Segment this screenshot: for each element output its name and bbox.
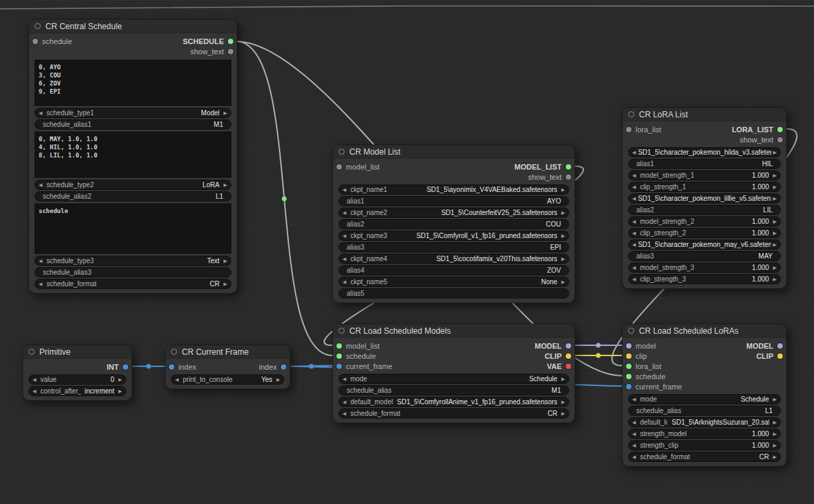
arrow-right-icon[interactable]: ▶: [224, 258, 227, 263]
arrow-right-icon[interactable]: ▶: [773, 185, 777, 189]
arrow-left-icon[interactable]: ◀: [39, 258, 42, 263]
arrow-right-icon[interactable]: ▶: [773, 431, 777, 436]
arrow-left-icon[interactable]: ◀: [632, 454, 636, 459]
widget-alias2[interactable]: alias2 COU: [338, 219, 569, 229]
arrow-right-icon[interactable]: ▶: [119, 377, 122, 382]
node-title-bar[interactable]: CR Load Scheduled Models: [333, 324, 575, 338]
widget-schedule-type2[interactable]: ◀ schedule_type2 LoRA ▶: [35, 180, 231, 190]
widget-clip-strength-3[interactable]: ◀ clip_strength_3 1.000 ▶: [628, 274, 781, 284]
arrow-right-icon[interactable]: ▶: [562, 256, 565, 261]
arrow-left-icon[interactable]: ◀: [175, 377, 178, 382]
node-title-bar[interactable]: CR Model List: [333, 145, 575, 159]
node-collapse-dot[interactable]: [171, 349, 177, 355]
widget-strength-clip[interactable]: ◀ strength_clip 1.000 ▶: [628, 440, 781, 450]
output-slot-show-text[interactable]: [566, 174, 571, 180]
widget-default-lora[interactable]: ◀ default_lora SD1_5\ArknightsSuzuran_20…: [628, 417, 781, 427]
arrow-left-icon[interactable]: ◀: [632, 431, 636, 436]
arrow-left-icon[interactable]: ◀: [632, 150, 636, 155]
arrow-right-icon[interactable]: ▶: [773, 150, 777, 155]
widget-mode[interactable]: ◀ mode Schedule ▶: [338, 374, 569, 384]
arrow-left-icon[interactable]: ◀: [632, 277, 636, 282]
input-slot-model[interactable]: [626, 343, 632, 349]
widget-schedule-alias3[interactable]: schedule_alias3: [35, 267, 231, 277]
widget-ckpt-name2[interactable]: ◀ ckpt_name2 SD1_5\CounterfeitV25_25.saf…: [338, 208, 569, 218]
arrow-right-icon[interactable]: ▶: [224, 182, 227, 187]
schedule-text-1[interactable]: 0, AYO 3, COU 6, ZOV 9, EPI: [35, 60, 231, 106]
input-slot-current-frame[interactable]: [626, 384, 632, 389]
input-slot-current-frame[interactable]: [336, 364, 342, 369]
widget-ckpt-name5[interactable]: ◀ ckpt_name5 None ▶: [338, 277, 569, 287]
widget-strength-model[interactable]: ◀ strength_model 1.000 ▶: [628, 429, 781, 439]
arrow-right-icon[interactable]: ▶: [773, 173, 777, 178]
widget-schedule-type3[interactable]: ◀ schedule_type3 Text ▶: [35, 256, 231, 266]
output-slot-schedule[interactable]: [228, 39, 233, 44]
widget-lora-name-3[interactable]: ◀ SD1_5\character_pokemon_may_v6.safeten…: [628, 239, 781, 250]
widget-schedule-type1[interactable]: ◀ schedule_type1 Model ▶: [35, 108, 231, 118]
widget-alias3[interactable]: alias3 EPI: [338, 242, 569, 252]
input-slot-lora-list[interactable]: [626, 127, 632, 132]
node-collapse-dot[interactable]: [628, 111, 634, 117]
arrow-left-icon[interactable]: ◀: [39, 111, 42, 115]
output-slot-show-text[interactable]: [777, 137, 783, 142]
arrow-right-icon[interactable]: ▶: [119, 389, 122, 393]
graph-canvas[interactable]: { "icons": { "arrow_left": "◀", "arrow_r…: [0, 0, 814, 504]
widget-ckpt-name3[interactable]: ◀ ckpt_name3 SD1_5\Comfyroll_v1_fp16_pru…: [338, 231, 569, 241]
widget-ckpt-name1[interactable]: ◀ ckpt_name1 SD1_5\ayonimix_V4VAEBaked.s…: [338, 185, 569, 195]
arrow-right-icon[interactable]: ▶: [773, 219, 777, 224]
widget-schedule-alias1[interactable]: schedule_alias1 M1: [35, 119, 231, 130]
arrow-left-icon[interactable]: ◀: [39, 282, 42, 286]
output-slot-show-text[interactable]: [228, 49, 233, 54]
arrow-right-icon[interactable]: ▶: [277, 377, 280, 382]
arrow-left-icon[interactable]: ◀: [632, 265, 636, 270]
widget-print-to-console[interactable]: ◀ print_to_console Yes ▶: [171, 374, 284, 385]
node-cr-current-frame[interactable]: CR Current Frame index index ◀ print_to_…: [165, 345, 290, 389]
widget-alias2[interactable]: alias2 LIL: [628, 205, 781, 215]
output-slot-clip[interactable]: [777, 353, 783, 359]
arrow-left-icon[interactable]: ◀: [632, 185, 636, 189]
arrow-left-icon[interactable]: ◀: [632, 443, 636, 448]
widget-alias3[interactable]: alias3 MAY: [628, 251, 781, 261]
input-slot-schedule[interactable]: [626, 374, 632, 379]
output-slot-model[interactable]: [566, 343, 571, 349]
arrow-right-icon[interactable]: ▶: [773, 265, 777, 270]
arrow-right-icon[interactable]: ▶: [562, 233, 565, 238]
arrow-left-icon[interactable]: ◀: [343, 233, 346, 238]
input-slot-schedule[interactable]: [336, 353, 342, 359]
output-slot-model[interactable]: [777, 343, 783, 349]
widget-ckpt-name4[interactable]: ◀ ckpt_name4 SD1_5\cocotifamix_v20This.s…: [338, 254, 569, 264]
arrow-right-icon[interactable]: ▶: [224, 111, 227, 115]
arrow-left-icon[interactable]: ◀: [632, 219, 636, 224]
node-collapse-dot[interactable]: [628, 328, 634, 334]
widget-model-strength-1[interactable]: ◀ model_strength_1 1.000 ▶: [628, 170, 781, 180]
widget-control-after-generate[interactable]: ◀ control_after_generate increment ▶: [28, 386, 126, 396]
arrow-left-icon[interactable]: ◀: [33, 389, 36, 393]
arrow-right-icon[interactable]: ▶: [773, 420, 777, 425]
input-slot-lora-list[interactable]: [626, 364, 632, 369]
widget-schedule-format[interactable]: ◀ schedule_format CR ▶: [35, 279, 231, 289]
widget-model-strength-2[interactable]: ◀ model_strength_2 1.000 ▶: [628, 216, 781, 227]
arrow-right-icon[interactable]: ▶: [773, 454, 777, 459]
node-collapse-dot[interactable]: [338, 149, 345, 155]
widget-alias1[interactable]: alias1 AYO: [338, 196, 569, 206]
node-title-bar[interactable]: CR LoRA List: [623, 108, 786, 121]
arrow-left-icon[interactable]: ◀: [343, 187, 346, 192]
arrow-right-icon[interactable]: ▶: [773, 397, 777, 402]
node-primitive[interactable]: Primitive INT ◀ value 0 ▶ ◀ control_afte…: [22, 345, 132, 401]
node-collapse-dot[interactable]: [338, 328, 345, 334]
output-slot-int[interactable]: [123, 364, 128, 370]
arrow-right-icon[interactable]: ▶: [773, 196, 777, 201]
arrow-right-icon[interactable]: ▶: [562, 187, 565, 192]
output-slot-clip[interactable]: [566, 353, 571, 359]
arrow-left-icon[interactable]: ◀: [343, 376, 346, 381]
input-slot-clip[interactable]: [626, 353, 632, 359]
arrow-right-icon[interactable]: ▶: [562, 279, 565, 284]
node-collapse-dot[interactable]: [35, 23, 41, 29]
widget-clip-strength-2[interactable]: ◀ clip_strength_2 1.000 ▶: [628, 228, 781, 238]
input-slot-index[interactable]: [169, 364, 174, 370]
output-slot-model-list[interactable]: [566, 164, 571, 170]
widget-alias5[interactable]: alias5: [338, 288, 569, 298]
arrow-left-icon[interactable]: ◀: [39, 182, 42, 187]
node-cr-lora-list[interactable]: CR LoRA List lora_list LORA_LIST show_te…: [622, 107, 787, 289]
widget-schedule-alias2[interactable]: schedule_alias2 L1: [35, 191, 231, 201]
arrow-right-icon[interactable]: ▶: [562, 376, 565, 381]
